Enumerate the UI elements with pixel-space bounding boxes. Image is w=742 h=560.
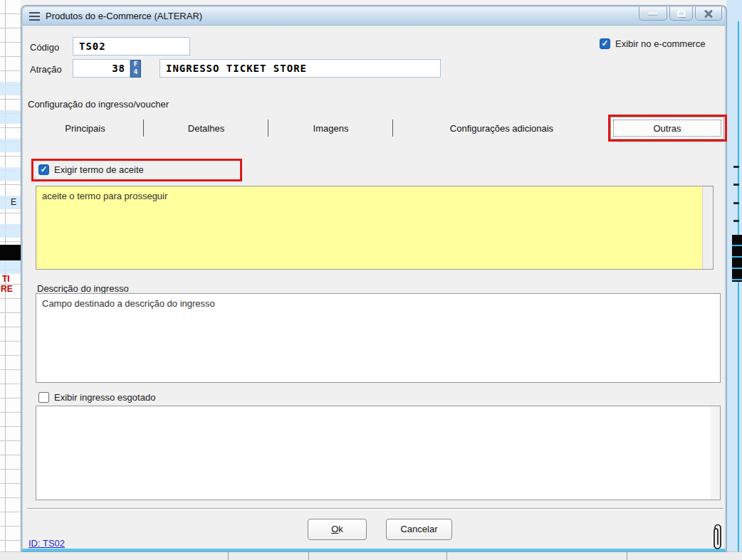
background-column-divider [308,552,309,560]
tab-label: Detalhes [188,123,224,134]
background-column-divider [627,552,627,560]
exibir-esgotado-checkbox[interactable]: Exibir ingresso esgotado [38,392,155,403]
background-row-mark [733,166,739,168]
f4-badge-top: F [131,60,140,68]
scrollbar-track[interactable] [702,186,713,269]
maximize-icon [677,11,685,17]
background-window-right [726,0,742,560]
scrollbar-track[interactable] [711,406,720,500]
table-row [0,139,21,152]
descricao-label: Descrição do ingresso [37,283,129,294]
tab-detalhes[interactable]: Detalhes [144,117,268,139]
tab-label: Principais [65,123,105,134]
termo-aceite-text: aceite o termo para prosseguir [36,186,713,206]
footer-divider [27,508,723,509]
f4-badge-bottom: 4 [131,68,140,76]
table-cell-fragment: TI [2,274,10,284]
table-row-selected [0,245,21,260]
table-cell-fragment: E [11,197,16,207]
checkbox-unchecked-icon[interactable] [38,392,49,403]
background-table-block [732,235,742,282]
termo-aceite-textarea[interactable]: aceite o termo para prosseguir [36,186,714,270]
descricao-textarea[interactable]: Campo destinado a descrição do ingresso [36,293,721,383]
tab-label: Imagens [313,123,349,134]
tab-principais[interactable]: Principais [26,117,144,139]
table-row [0,224,21,238]
dialog-produtos-ecommerce: Produtos do e-Commerce (ALTERAR) Código … [21,6,726,551]
background-table-left: E TI RE [0,0,21,560]
exibir-ecommerce-checkbox[interactable]: Exibir no e-commerce [600,38,705,49]
paperclip-icon[interactable] [711,522,725,552]
exigir-termo-label: Exigir termo de aceite [54,164,144,175]
hamburger-icon[interactable] [29,12,40,21]
background-row-mark [733,184,739,186]
table-row [0,167,21,181]
background-row-mark [733,220,739,222]
section-title: Configuração do ingresso/voucher [28,99,169,110]
codigo-label: Código [30,42,59,53]
maximize-button[interactable] [669,7,693,21]
id-link[interactable]: ID: TS02 [28,538,65,549]
descricao-text: Campo destinado a descrição do ingresso [36,294,720,313]
minimize-button[interactable] [639,7,667,21]
tab-label: Configurações adicionais [450,123,553,134]
atracao-label: Atração [30,64,62,75]
exibir-esgotado-label: Exibir ingresso esgotado [54,392,155,403]
window-title: Produtos do e-Commerce (ALTERAR) [46,11,202,21]
cancel-label: Cancelar [400,524,437,534]
tab-imagens[interactable]: Imagens [268,117,393,139]
table-row [0,110,21,124]
background-window-border [738,21,739,560]
background-column-divider [228,552,229,560]
codigo-input[interactable]: TS02 [73,37,190,56]
close-button[interactable] [695,7,722,21]
exibir-ecommerce-label: Exibir no e-commerce [615,38,705,49]
title-bar[interactable]: Produtos do e-Commerce (ALTERAR) [23,7,725,26]
cancel-button[interactable]: Cancelar [386,519,452,540]
esgotado-text [36,406,720,415]
minimize-icon [649,13,658,15]
background-row-mark [733,202,739,204]
f4-lookup-button[interactable]: F 4 [130,60,141,78]
checkbox-checked-icon[interactable] [38,164,49,175]
tab-configuracoes-adicionais[interactable]: Configurações adicionais [393,117,610,139]
atracao-code-input[interactable]: 38 [73,59,130,78]
background-column-divider [446,552,447,560]
background-table-bottom [0,551,742,560]
exigir-termo-checkbox[interactable]: Exigir termo de aceite [38,164,144,175]
ok-label-rest: k [338,524,343,534]
atracao-name-field: INGRESSO TICKET STORE [160,59,441,78]
table-cell-fragment: RE [1,284,13,294]
table-row [0,260,21,274]
checkbox-checked-icon[interactable] [600,38,610,49]
highlight-box-outras-tab [608,115,727,142]
ok-mnemonic: O [331,524,338,534]
esgotado-textarea[interactable] [36,406,721,500]
table-row [0,82,21,95]
ok-button[interactable]: Ok [308,519,367,540]
